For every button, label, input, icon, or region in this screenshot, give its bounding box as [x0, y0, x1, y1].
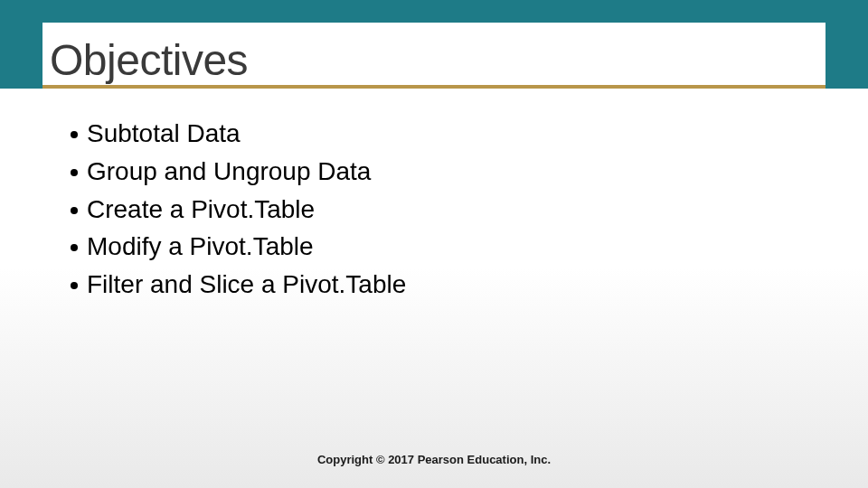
bullet-text: Modify a Pivot.Table [87, 230, 314, 263]
bullet-icon [71, 282, 78, 289]
title-box: Objectives [42, 23, 826, 89]
list-item: Modify a Pivot.Table [71, 230, 406, 263]
list-item: Subtotal Data [71, 117, 406, 150]
list-item: Filter and Slice a Pivot.Table [71, 268, 406, 301]
slide-title: Objectives [50, 38, 248, 83]
bullet-icon [71, 244, 78, 251]
bullet-text: Create a Pivot.Table [87, 193, 315, 226]
list-item: Group and Ungroup Data [71, 155, 406, 188]
copyright-text: Copyright © 2017 Pearson Education, Inc. [0, 453, 868, 466]
bullet-list: Subtotal Data Group and Ungroup Data Cre… [71, 117, 406, 306]
bullet-icon [71, 169, 78, 176]
bullet-text: Group and Ungroup Data [87, 155, 371, 188]
bullet-text: Subtotal Data [87, 117, 241, 150]
bullet-text: Filter and Slice a Pivot.Table [87, 268, 406, 301]
slide: Objectives Subtotal Data Group and Ungro… [0, 0, 868, 488]
bullet-icon [71, 131, 78, 138]
list-item: Create a Pivot.Table [71, 193, 406, 226]
bullet-icon [71, 207, 78, 214]
